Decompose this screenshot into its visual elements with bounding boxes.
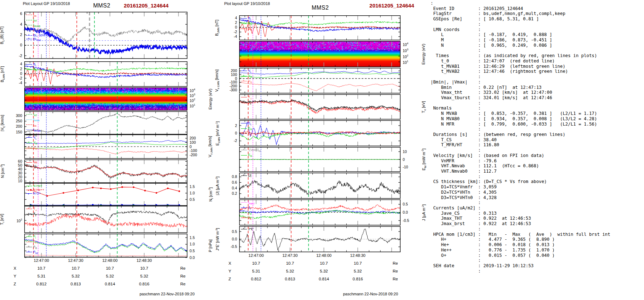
axis-tick-label: 0.0 [190, 255, 206, 260]
legend-ti: +T⊥+T∥ [26, 207, 37, 217]
legend-bl-bmag: tcstHTtMVABBLmhms+BL, 50% of BL+BLbrst [26, 13, 54, 42]
ephemeris-value: 5.32 [96, 274, 124, 278]
axis-tick-label: -2 [7, 76, 22, 80]
ephemeris-row-label: X [14, 266, 16, 270]
legend-label: tdvmax [33, 128, 41, 131]
axis-tick-label: 104 [403, 42, 419, 47]
axis-tick-label: 2 [7, 32, 22, 37]
legend-item: ●N O+ [26, 192, 44, 195]
legend-item: BM [241, 21, 252, 26]
legend-line-sample [26, 20, 32, 20]
axis-tick-label: 200 [7, 124, 22, 128]
legend-line-sample [241, 133, 247, 134]
legend-item: tmaxJ [241, 200, 255, 205]
legend-line-sample: ● [26, 190, 32, 190]
legend-label: tMVAB [33, 23, 40, 27]
legend-line-sample: + [241, 208, 247, 208]
ephemeris-value: 10.7 [276, 261, 304, 265]
legend-line-sample: + [26, 143, 32, 143]
axis-tick-label: -2 [222, 30, 237, 34]
legend-line-sample [26, 75, 32, 75]
legend-label: T⊥ [33, 207, 37, 210]
plus-marker-icon: + [28, 250, 30, 254]
legend-item: +JL [241, 205, 255, 210]
axis-tick-label: 1.0 [190, 242, 206, 246]
legend-line-sample [26, 166, 32, 167]
dot-marker-icon: ● [28, 184, 29, 188]
ephemeris-unit: Re [393, 261, 398, 265]
axis-label-j-lmn: J [µA m-2] [421, 199, 426, 225]
axis-tick-label: 103 [190, 93, 206, 98]
legend-item: BLmhms [26, 28, 54, 33]
axis-tick-label: 4 [7, 22, 22, 26]
legend-line-sample: + [241, 81, 247, 81]
legend-label: VL [248, 69, 252, 72]
legend-line-sample [26, 70, 32, 70]
legend-line-sample [26, 25, 32, 25]
axis-tick-label: 0 [7, 43, 22, 47]
ephemeris-unit: Re [180, 274, 186, 278]
legend-label: N O+ [33, 192, 41, 195]
event-summary-text: : Event ID : 20161205_124644 FlagStr : b… [431, 1, 610, 274]
axis-tick-label: -0.5 [222, 244, 237, 249]
plot-area-minor-ion-density [24, 183, 187, 206]
ephemeris-value: 0.814 [96, 282, 124, 286]
plus-marker-icon: + [243, 215, 245, 219]
axis-label-ve-lmn: Ve LMN [km/s] [215, 68, 220, 93]
ephemeris-value: 0.812 [242, 277, 270, 281]
axis-tick-label: 4 [222, 16, 237, 20]
axis-tick-label: 0.0 [222, 237, 237, 241]
plot-area-vi-lmn [24, 134, 187, 159]
axis-tick-label: 10 [7, 179, 22, 183]
plot-area-te [239, 94, 401, 120]
legend-line-sample [26, 114, 32, 115]
axis-tick-label: 102 [403, 54, 419, 59]
axis-tick-label: -0.5 [403, 218, 419, 223]
legend-line-sample: + [26, 209, 32, 209]
legend-line-sample: + [241, 150, 247, 150]
plus-marker-icon: + [28, 212, 30, 216]
plus-marker-icon: + [28, 37, 30, 41]
legend-line-sample [241, 102, 247, 103]
ephemeris-value: 10.7 [27, 266, 56, 270]
plot-area-density [24, 159, 187, 183]
axis-tick-label: 101 [190, 103, 206, 108]
legend-label: VN [33, 146, 37, 149]
legend-item: +BLbrst [26, 37, 54, 42]
axis-label-vi-mag: |Vi| [km/s] [0, 111, 5, 134]
legend-label: tcs [33, 13, 36, 16]
legend-line-sample [26, 64, 32, 65]
axis-tick-label: -100 [190, 148, 206, 153]
legend-item: ●N He+ [26, 184, 44, 188]
plus-marker-icon: + [243, 68, 245, 72]
legend-item: BL [241, 16, 252, 21]
legend-label: Pe [33, 240, 37, 243]
plus-marker-icon: + [28, 234, 30, 238]
legend-label: VN [248, 79, 252, 83]
axis-tick-label: 104 [190, 88, 206, 93]
plot-area-ion-energy-spectrogram [24, 87, 187, 111]
ephemeris-row-label: Z [14, 282, 16, 286]
axis-tick-label: 6 [7, 11, 22, 16]
legend-line-sample [26, 120, 32, 120]
legend-label: EM [248, 153, 252, 157]
plot-area-j-lmn [239, 199, 401, 225]
legend-item: +VN [241, 79, 252, 84]
legend-item: Ni [26, 164, 37, 168]
dot-marker-icon: ● [28, 188, 29, 192]
ephemeris-value: 5.32 [61, 274, 90, 278]
legend-item: +BL, 50% of BL [26, 34, 54, 37]
legend-item: tcs [26, 13, 54, 18]
axis-label-jmag: |J| [µA m-2] [215, 173, 220, 199]
legend-item: +Pi [26, 235, 38, 240]
ephemeris-unit: Re [180, 266, 186, 270]
legend-item: tvmax [26, 117, 41, 122]
plus-marker-icon: + [28, 240, 30, 244]
plot-area-b-lmn [24, 61, 187, 87]
ephemeris-value: 5.32 [343, 269, 372, 273]
legend-j-lmn: tmaxJ+JL+JM+JN [241, 200, 255, 221]
legend-label: tmaxJ [248, 200, 255, 204]
plot-area-pressure [24, 234, 187, 258]
legend-label: Ptot [33, 250, 38, 254]
ephemeris-value: 5.32 [310, 269, 338, 273]
